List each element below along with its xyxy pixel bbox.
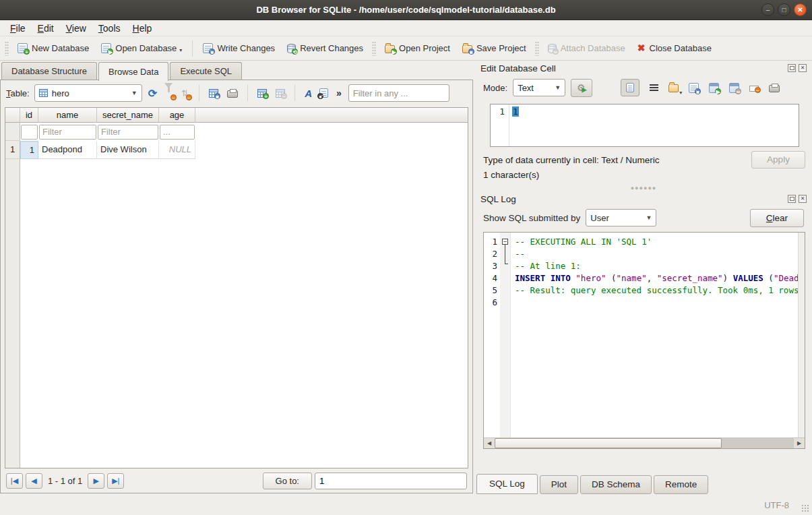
menu-file[interactable]: File bbox=[4, 21, 32, 36]
maximize-icon[interactable]: □ bbox=[778, 3, 790, 16]
apply-cell-icon[interactable]: ▶ bbox=[709, 83, 719, 93]
table-icon bbox=[39, 89, 48, 97]
tab-plot[interactable]: Plot bbox=[540, 475, 578, 494]
main-toolbar: + New Database ▶ Open Database ▾ ■ Write… bbox=[0, 36, 812, 61]
close-icon[interactable]: ✕ bbox=[794, 3, 807, 16]
menu-help[interactable]: Help bbox=[127, 21, 158, 36]
sql-source-select-value: User bbox=[590, 213, 608, 223]
close-database-button[interactable]: ✖ Close Database bbox=[632, 40, 717, 57]
minimize-icon[interactable]: – bbox=[761, 3, 774, 16]
clear-log-button[interactable]: Clear bbox=[750, 209, 804, 227]
print-icon bbox=[227, 90, 238, 98]
grid-filter-row bbox=[5, 123, 468, 141]
dock-splitter-handle[interactable]: ●●●●●● bbox=[475, 185, 812, 191]
menu-edit[interactable]: Edit bbox=[32, 21, 60, 36]
open-project-button[interactable]: ▶ Open Project bbox=[379, 40, 456, 57]
open-url-icon[interactable]: ∞ bbox=[729, 83, 739, 93]
encoding-indicator[interactable]: UTF-8 bbox=[764, 500, 789, 510]
column-header-name[interactable]: name bbox=[38, 108, 97, 123]
goto-button[interactable]: Go to: bbox=[263, 473, 312, 489]
filter-input-secret-name[interactable] bbox=[98, 125, 158, 140]
open-project-icon: ▶ bbox=[385, 45, 395, 53]
table-select-value: hero bbox=[52, 88, 69, 98]
tab-remote[interactable]: Remote bbox=[654, 475, 708, 494]
browse-toolbar-separator bbox=[247, 85, 248, 101]
cell-id[interactable]: 1 bbox=[20, 141, 38, 159]
column-header-id[interactable]: id bbox=[20, 108, 38, 123]
save-project-button[interactable]: ■ Save Project bbox=[457, 40, 532, 57]
next-record-button[interactable]: ▶ bbox=[88, 473, 104, 489]
tab-sql-log[interactable]: SQL Log bbox=[476, 474, 538, 494]
close-panel-icon[interactable]: ✕ bbox=[799, 195, 807, 203]
filter-input-name[interactable] bbox=[39, 125, 96, 140]
goto-input[interactable] bbox=[315, 473, 467, 489]
print-table-button[interactable] bbox=[226, 88, 239, 99]
open-database-button[interactable]: ▶ Open Database ▾ bbox=[96, 40, 187, 57]
toolbar-overflow-chevron[interactable]: » bbox=[334, 88, 344, 98]
clear-sorting-button[interactable]: ⇅− bbox=[180, 87, 191, 100]
menu-view[interactable]: View bbox=[60, 21, 92, 36]
text-mode-toggle[interactable] bbox=[621, 79, 639, 96]
float-panel-icon[interactable] bbox=[788, 195, 796, 203]
row-header[interactable]: 1 bbox=[5, 141, 20, 159]
resize-grip-icon[interactable] bbox=[801, 504, 810, 513]
cell-secret-name[interactable]: Dive Wilson bbox=[97, 141, 159, 159]
cell-name[interactable]: Deadpond bbox=[38, 141, 97, 159]
cell-editor[interactable]: 1 1 bbox=[490, 104, 799, 147]
main-tab-bar: Database Structure Browse Data Execute S… bbox=[0, 62, 474, 80]
word-wrap-icon[interactable] bbox=[650, 84, 658, 92]
tab-execute-sql[interactable]: Execute SQL bbox=[170, 62, 242, 80]
refresh-button[interactable]: ⟳ bbox=[147, 87, 158, 100]
menu-tools[interactable]: Tools bbox=[92, 21, 127, 36]
filter-input-id[interactable] bbox=[21, 125, 38, 140]
edit-display-format-button[interactable]: A bbox=[303, 87, 313, 100]
vertical-scrollbar[interactable] bbox=[798, 233, 805, 437]
save-table-button[interactable]: ■ ▾ bbox=[208, 88, 221, 99]
tab-database-structure[interactable]: Database Structure bbox=[1, 62, 97, 80]
first-record-button[interactable]: |◀ bbox=[6, 473, 23, 489]
sql-log-code: -- EXECUTING ALL IN 'SQL 1'---- At line … bbox=[511, 233, 805, 439]
column-header-secret-name[interactable]: secret_name bbox=[97, 108, 159, 123]
close-panel-icon[interactable]: ✕ bbox=[799, 64, 807, 72]
grid-header-row: id name secret_name age bbox=[5, 108, 468, 123]
horizontal-scrollbar[interactable]: ◀ ▶ bbox=[484, 437, 805, 448]
table-select[interactable]: hero ▼ bbox=[34, 84, 142, 102]
log-line: -- bbox=[515, 248, 805, 260]
grid-header-filler bbox=[195, 108, 468, 123]
chevron-down-icon: ▼ bbox=[640, 214, 652, 221]
filter-input-age[interactable] bbox=[160, 125, 195, 140]
import-text-icon[interactable]: ▾ bbox=[668, 84, 679, 92]
tab-browse-data[interactable]: Browse Data bbox=[98, 62, 168, 81]
float-panel-icon[interactable] bbox=[788, 64, 796, 72]
write-changes-button[interactable]: ■ Write Changes bbox=[197, 40, 280, 57]
set-null-icon[interactable]: − bbox=[749, 86, 759, 92]
fold-collapse-icon[interactable]: − bbox=[502, 239, 508, 245]
data-grid: id name secret_name age 1 1 Deadpond Div… bbox=[5, 107, 468, 468]
filter-any-column-input[interactable] bbox=[348, 84, 449, 102]
sql-source-select[interactable]: User ▼ bbox=[586, 209, 656, 226]
row-header-gutter bbox=[5, 159, 20, 468]
close-database-label: Close Database bbox=[650, 43, 712, 53]
find-in-table-button[interactable]: ● bbox=[318, 87, 330, 99]
tab-db-schema[interactable]: DB Schema bbox=[580, 475, 652, 494]
last-record-button[interactable]: ▶| bbox=[107, 473, 124, 489]
auto-apply-button[interactable]: ⚙ ▶ bbox=[571, 79, 592, 97]
previous-record-button[interactable]: ◀ bbox=[26, 473, 42, 489]
scrollbar-thumb[interactable] bbox=[495, 438, 722, 448]
scroll-right-icon[interactable]: ▶ bbox=[794, 440, 805, 446]
scroll-left-icon[interactable]: ◀ bbox=[484, 440, 495, 446]
clear-filters-button[interactable]: − bbox=[163, 87, 175, 100]
sql-log-view[interactable]: 1 2 3 4 5 6 − -- EXECUTING ALL IN 'SQL 1… bbox=[483, 232, 805, 449]
column-header-age[interactable]: age bbox=[159, 108, 195, 123]
new-database-button[interactable]: + New Database bbox=[12, 40, 94, 57]
revert-changes-button[interactable]: ⟲ Revert Changes bbox=[282, 40, 369, 57]
export-text-icon[interactable]: ■ bbox=[689, 83, 699, 93]
mode-select[interactable]: Text ▼ bbox=[513, 79, 565, 96]
insert-record-button[interactable]: + ▾ bbox=[256, 88, 270, 99]
sql-log-fold-margin: − bbox=[500, 233, 511, 439]
print-cell-icon[interactable] bbox=[769, 85, 780, 92]
main-content-pane: Database Structure Browse Data Execute S… bbox=[0, 62, 474, 493]
grid-corner[interactable] bbox=[5, 108, 20, 123]
open-database-dropdown-icon[interactable]: ▾ bbox=[179, 47, 182, 53]
cell-age[interactable]: NULL bbox=[159, 141, 195, 159]
